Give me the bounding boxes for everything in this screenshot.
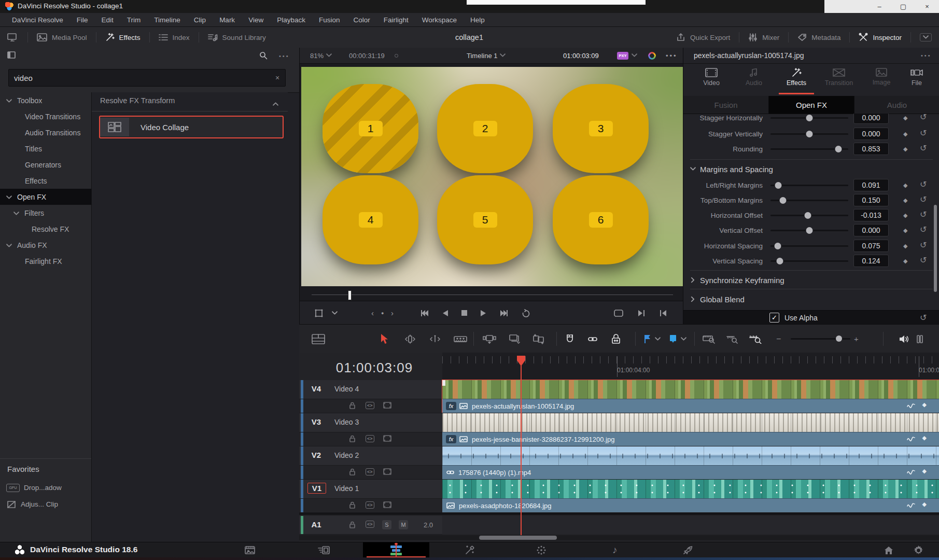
clip-v4[interactable]: fx pexels-actuallyruslan-1005174.jpg ◆ bbox=[442, 380, 939, 412]
section-margins-and-spacing[interactable]: Margins and Spacing bbox=[683, 162, 939, 176]
track-filmstrip-icon[interactable] bbox=[383, 468, 391, 475]
inspector-icon[interactable] bbox=[859, 33, 868, 42]
tree-item-titles[interactable]: Titles bbox=[0, 141, 91, 157]
reset-icon[interactable]: ↺ bbox=[920, 128, 927, 138]
keyframe-icon[interactable]: ◆ bbox=[903, 131, 907, 137]
mixer-icon[interactable] bbox=[748, 33, 758, 41]
zoom-slider-handle[interactable] bbox=[836, 335, 842, 342]
flag-icon[interactable] bbox=[643, 325, 651, 353]
mixer-meters-icon[interactable] bbox=[916, 325, 923, 353]
sound-library-icon[interactable] bbox=[208, 33, 218, 41]
marker-dropdown-icon[interactable] bbox=[681, 325, 686, 353]
section-global-blend[interactable]: Global Blend bbox=[683, 292, 939, 306]
menu-timeline[interactable]: Timeline bbox=[147, 16, 187, 24]
dynamic-trim-mode-icon[interactable] bbox=[429, 325, 441, 353]
track-filmstrip-icon[interactable] bbox=[383, 501, 391, 508]
lock-icon[interactable] bbox=[349, 435, 356, 442]
lock-icon[interactable] bbox=[349, 501, 356, 509]
zoom-out-icon[interactable]: − bbox=[776, 325, 781, 353]
tab-video[interactable]: Video bbox=[690, 63, 733, 96]
page-edit-icon[interactable] bbox=[382, 542, 411, 558]
auto-select-icon[interactable]: <> bbox=[366, 435, 374, 442]
viewer-scrubber-playhead[interactable] bbox=[348, 290, 352, 300]
mute-button[interactable]: M bbox=[399, 520, 408, 529]
clip-v2[interactable]: 175876 (1440p) (1).mp4 ◆ bbox=[442, 446, 939, 479]
maximize-button[interactable]: ▢ bbox=[891, 3, 915, 10]
search-box[interactable]: × bbox=[8, 69, 286, 87]
track-name[interactable]: Video 4 bbox=[334, 385, 359, 393]
page-color-icon[interactable] bbox=[527, 542, 556, 558]
subtab-audio[interactable]: Audio bbox=[854, 96, 939, 114]
auto-select-icon[interactable]: <> bbox=[366, 501, 374, 509]
keyframe-icon[interactable]: ◆ bbox=[903, 258, 907, 264]
quick-export-button[interactable]: Quick Export bbox=[690, 34, 730, 41]
quick-export-icon[interactable] bbox=[676, 33, 685, 42]
menu-view[interactable]: View bbox=[242, 16, 270, 24]
panel-layout-dropdown[interactable] bbox=[920, 33, 932, 41]
tree-item-effects[interactable]: Effects bbox=[0, 173, 91, 189]
overlay-dropdown-icon[interactable] bbox=[332, 301, 338, 325]
dual-monitor-icon[interactable] bbox=[7, 33, 19, 42]
timeline-playhead-line[interactable] bbox=[521, 356, 522, 540]
page-cut-icon[interactable] bbox=[310, 542, 339, 558]
value-field[interactable]: 0.853 bbox=[853, 143, 889, 155]
value-field[interactable]: 0.000 bbox=[853, 128, 889, 140]
track-id[interactable]: V3 bbox=[307, 417, 325, 426]
slider[interactable] bbox=[770, 230, 848, 231]
menu-workspace[interactable]: Workspace bbox=[415, 16, 464, 24]
loop-playback-icon[interactable] bbox=[522, 301, 530, 325]
linked-selection-icon[interactable] bbox=[587, 325, 598, 353]
slider[interactable] bbox=[770, 117, 848, 119]
page-media-icon[interactable] bbox=[235, 542, 264, 558]
timeline-selector[interactable]: Timeline 1 bbox=[467, 48, 506, 63]
panel-options-icon[interactable]: ••• bbox=[279, 53, 290, 59]
auto-select-icon[interactable]: <> bbox=[366, 521, 374, 528]
menu-help[interactable]: Help bbox=[464, 16, 492, 24]
tab-transition[interactable]: Transition bbox=[818, 63, 860, 96]
menu-clip[interactable]: Clip bbox=[187, 16, 213, 24]
track-id-destination[interactable]: V1 bbox=[307, 483, 326, 494]
section-synchronize-keyframing[interactable]: Synchronize Keyframing bbox=[683, 273, 939, 287]
value-field[interactable]: -0.013 bbox=[853, 209, 889, 221]
track-id[interactable]: V2 bbox=[307, 451, 325, 459]
inspector-button[interactable]: Inspector bbox=[873, 34, 902, 41]
track-filmstrip-icon[interactable] bbox=[383, 402, 391, 409]
reset-icon[interactable]: ↺ bbox=[920, 313, 927, 323]
track-name[interactable]: Video 1 bbox=[334, 484, 359, 493]
tab-effects[interactable]: Effects bbox=[775, 63, 818, 96]
menu-playback[interactable]: Playback bbox=[270, 16, 312, 24]
clip-name-bar[interactable]: 175876 (1440p) (1).mp4 ◆ bbox=[442, 465, 939, 479]
tree-item-toolbox[interactable]: Toolbox bbox=[0, 92, 91, 108]
selection-mode-cursor-icon[interactable] bbox=[380, 325, 389, 353]
hscrollbar-thumb[interactable] bbox=[479, 536, 557, 540]
video-collage-item[interactable]: Video Collage bbox=[99, 116, 284, 138]
inspector-options-icon[interactable]: ••• bbox=[921, 52, 932, 59]
prev-edit-icon[interactable] bbox=[660, 301, 667, 325]
index-button[interactable]: Index bbox=[173, 34, 190, 41]
keyframe-icon[interactable]: ◆ bbox=[903, 146, 907, 152]
tree-item-filters[interactable]: Filters bbox=[0, 205, 91, 221]
timeline-zoom-slider[interactable] bbox=[791, 338, 850, 340]
clip-name-bar[interactable]: fx pexels-actuallyruslan-1005174.jpg ◆ bbox=[442, 399, 939, 413]
lock-icon[interactable] bbox=[349, 402, 356, 409]
track-id[interactable]: A1 bbox=[307, 520, 325, 529]
keyframe-icon[interactable]: ◆ bbox=[903, 197, 907, 204]
timeline-timecode[interactable]: 01:00:03:09 bbox=[320, 360, 429, 376]
position-lock-icon[interactable] bbox=[611, 325, 621, 353]
reset-icon[interactable]: ↺ bbox=[920, 240, 927, 250]
clip-v3[interactable]: fx pexels-jesse-bannister-32886237-12991… bbox=[442, 413, 939, 445]
clear-search-icon[interactable]: × bbox=[270, 74, 285, 82]
audio-monitor-speaker-icon[interactable] bbox=[899, 325, 909, 353]
clip-v1[interactable]: pexels-asadphoto-1820684.jpg ◆ bbox=[442, 480, 939, 512]
index-icon[interactable] bbox=[159, 33, 168, 41]
metadata-button[interactable]: Metadata bbox=[811, 34, 840, 41]
solo-button[interactable]: S bbox=[382, 520, 391, 529]
marker-icon[interactable] bbox=[669, 325, 677, 353]
page-deliver-icon[interactable] bbox=[673, 542, 702, 558]
first-frame-button[interactable] bbox=[420, 301, 429, 325]
play-button[interactable] bbox=[480, 301, 487, 325]
menu-file[interactable]: File bbox=[70, 16, 95, 24]
reset-icon[interactable]: ↺ bbox=[920, 209, 927, 219]
page-fairlight-icon[interactable]: ♪ bbox=[600, 542, 629, 558]
menu-fusion[interactable]: Fusion bbox=[312, 16, 347, 24]
